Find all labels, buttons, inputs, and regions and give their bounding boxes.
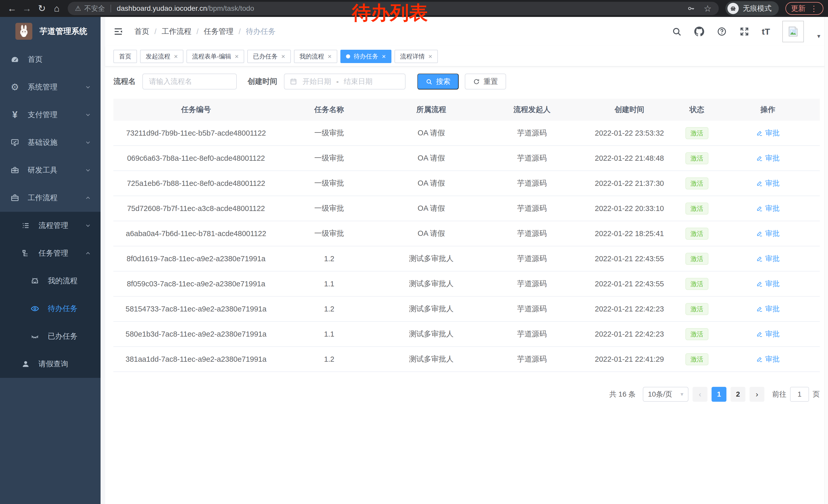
page-unit-label: 页 xyxy=(813,390,820,399)
sidebar-item-my-process[interactable]: 我的流程 xyxy=(0,267,100,295)
close-icon[interactable]: × xyxy=(328,53,332,60)
bookmark-star-icon[interactable]: ☆ xyxy=(704,3,711,13)
sidebar-item-label: 支付管理 xyxy=(28,110,57,120)
status-badge: 激活 xyxy=(686,303,708,315)
update-button[interactable]: 更新 ⋮ xyxy=(785,2,823,15)
search-icon[interactable] xyxy=(671,27,682,37)
approve-link[interactable]: 审批 xyxy=(756,304,780,314)
close-icon[interactable]: × xyxy=(174,53,178,60)
next-page-button[interactable]: › xyxy=(749,387,764,402)
sidebar-item-leave-query[interactable]: 请假查询 xyxy=(0,350,100,378)
goto-label: 前往 xyxy=(772,390,786,399)
page-size-select[interactable]: 10条/页 ▾ xyxy=(643,387,689,402)
tab-done[interactable]: 已办任务× xyxy=(247,50,291,63)
password-key-icon[interactable] xyxy=(687,4,695,12)
approve-link[interactable]: 审批 xyxy=(756,329,780,339)
sidebar-item-workflow[interactable]: 工作流程 xyxy=(0,184,100,212)
approve-link[interactable]: 审批 xyxy=(756,153,780,163)
status-badge: 激活 xyxy=(686,202,708,215)
pencil-icon xyxy=(756,255,763,262)
page-scrollbar[interactable] xyxy=(824,17,828,504)
approve-link[interactable]: 审批 xyxy=(756,203,780,213)
sidebar-item-label: 流程管理 xyxy=(38,221,68,231)
create-time-label: 创建时间 xyxy=(248,77,277,87)
tab-label: 首页 xyxy=(119,52,131,60)
prev-page-button[interactable]: ‹ xyxy=(693,387,707,402)
tab-start[interactable]: 发起流程× xyxy=(140,50,183,63)
sidebar-item-home[interactable]: 首页 xyxy=(0,46,100,73)
approve-link[interactable]: 审批 xyxy=(756,229,780,238)
home-icon[interactable]: ⌂ xyxy=(49,3,64,14)
process-name: 测试多审批人 xyxy=(380,254,483,264)
app-logo-row[interactable]: 芋道管理系统 xyxy=(0,17,100,46)
browser-chrome: ← → ↻ ⌂ ⚠ 不安全 dashboard.yudao.iocoder.cn… xyxy=(0,0,828,17)
sidebar-item-payment[interactable]: ¥支付管理 xyxy=(0,101,100,129)
approve-link[interactable]: 审批 xyxy=(756,128,780,138)
close-icon[interactable]: × xyxy=(382,53,386,60)
date-range-picker[interactable]: 开始日期 - 结束日期 xyxy=(284,74,406,89)
task-id: a6aba0a4-7b6d-11ec-b781-acde48001122 xyxy=(113,229,279,238)
tab-todo[interactable]: 待办任务× xyxy=(340,50,391,63)
tab-mine[interactable]: 我的流程× xyxy=(294,50,337,63)
task-id: 725a1eb6-7b88-11ec-8ef0-acde48001122 xyxy=(113,179,279,188)
breadcrumb-item[interactable]: 工作流程 xyxy=(162,27,191,37)
close-icon[interactable]: × xyxy=(428,53,432,60)
tab-home[interactable]: 首页 xyxy=(113,50,137,63)
github-icon[interactable] xyxy=(694,27,704,37)
sidebar-scrollbar[interactable] xyxy=(100,17,105,504)
robot-icon xyxy=(29,277,41,285)
avatar[interactable] xyxy=(782,21,804,42)
breadcrumb-separator: / xyxy=(239,28,241,36)
status-badge: 激活 xyxy=(686,177,708,189)
process-name-input[interactable] xyxy=(142,74,237,89)
sidebar-item-devtools[interactable]: 研发工具 xyxy=(0,156,100,184)
tab-form-edit[interactable]: 流程表单-编辑× xyxy=(187,50,244,63)
tags-view: 首页发起流程×流程表单-编辑×已办任务×我的流程×待办任务×流程详情× xyxy=(105,46,828,66)
topbar-icons: tT ▾ xyxy=(671,21,820,42)
help-icon[interactable] xyxy=(717,27,727,37)
close-icon[interactable]: × xyxy=(281,53,285,60)
approve-link[interactable]: 审批 xyxy=(756,279,780,289)
breadcrumb-item[interactable]: 任务管理 xyxy=(204,27,234,37)
chevron-down-icon xyxy=(85,84,91,91)
sidebar-item-todo-task[interactable]: 待办任务 xyxy=(0,295,100,322)
tab-detail[interactable]: 流程详情× xyxy=(395,50,438,63)
avatar-caret-icon[interactable]: ▾ xyxy=(817,33,820,42)
sidebar-item-system[interactable]: ⚙系统管理 xyxy=(0,73,100,101)
close-icon[interactable]: × xyxy=(235,53,239,60)
approve-link[interactable]: 审批 xyxy=(756,354,780,364)
forward-icon[interactable]: → xyxy=(19,3,34,14)
fullscreen-icon[interactable] xyxy=(739,27,749,37)
tab-label: 已办任务 xyxy=(253,52,278,60)
chevron-down-icon xyxy=(85,222,91,229)
pencil-icon xyxy=(756,155,763,162)
approve-link[interactable]: 审批 xyxy=(756,178,780,188)
incognito-badge: 无痕模式 xyxy=(726,1,779,16)
status-badge: 激活 xyxy=(686,328,708,340)
collapse-menu-icon[interactable] xyxy=(113,26,124,37)
search-button[interactable]: 搜索 xyxy=(417,74,459,89)
reload-icon[interactable]: ↻ xyxy=(34,3,49,14)
sidebar-item-task-mgmt[interactable]: 任务管理 xyxy=(0,239,100,267)
browser-menu-icon[interactable]: ⋮ xyxy=(810,4,818,13)
breadcrumb-item[interactable]: 首页 xyxy=(134,27,149,37)
sidebar-item-done-task[interactable]: 已办任务 xyxy=(0,322,100,350)
goto-page-input[interactable] xyxy=(790,387,809,402)
page-number-1[interactable]: 1 xyxy=(711,387,727,402)
breadcrumb: 首页/工作流程/任务管理/待办任务 xyxy=(134,27,276,37)
chevron-down-icon: ▾ xyxy=(680,391,683,398)
task-name: 一级审批 xyxy=(279,203,380,214)
font-size-icon[interactable]: tT xyxy=(762,27,770,37)
sidebar-item-process-mgmt[interactable]: 流程管理 xyxy=(0,212,100,239)
tab-label: 流程表单-编辑 xyxy=(192,52,231,60)
approve-link[interactable]: 审批 xyxy=(756,254,780,264)
process-name: OA 请假 xyxy=(380,203,483,214)
create-time: 2022-01-21 22:42:23 xyxy=(581,330,678,338)
page-numbers: 12 xyxy=(707,387,745,402)
sidebar-item-infra[interactable]: 基础设施 xyxy=(0,129,100,156)
back-icon[interactable]: ← xyxy=(5,3,19,14)
page-number-2[interactable]: 2 xyxy=(731,387,745,402)
toolbox-icon xyxy=(9,166,21,175)
reset-button[interactable]: 重置 xyxy=(465,74,506,89)
sidebar: 芋道管理系统 首页⚙系统管理¥支付管理基础设施研发工具工作流程流程管理任务管理我… xyxy=(0,17,100,504)
